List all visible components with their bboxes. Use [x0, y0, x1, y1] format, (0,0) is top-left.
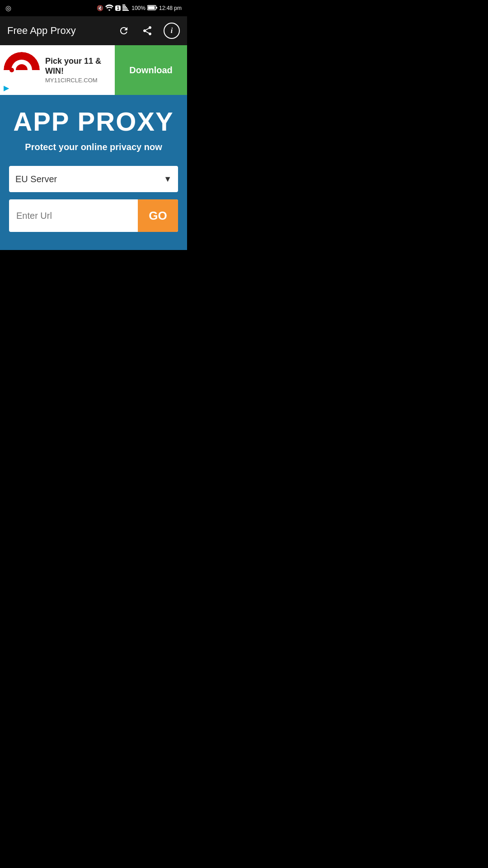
svg-rect-7 — [156, 7, 157, 9]
app-proxy-subtitle: Protect your online privacy now — [9, 142, 178, 152]
ad-play-icon: ▶ — [4, 84, 9, 92]
svg-rect-6 — [148, 6, 155, 9]
ad-domain: MY11CIRCLE.COM — [45, 77, 115, 84]
status-left: ◎ — [5, 4, 11, 12]
battery-icon — [147, 5, 157, 12]
toolbar-actions: i — [117, 23, 180, 39]
ad-text: Pick your 11 & WIN! MY11CIRCLE.COM — [45, 57, 115, 84]
ad-logo-area: Pick your 11 & WIN! MY11CIRCLE.COM ▶ — [0, 52, 115, 88]
mute-icon: 🔇 — [97, 5, 103, 11]
battery-percentage: 100% — [131, 5, 145, 11]
svg-point-9 — [9, 68, 14, 72]
bottom-area — [0, 250, 187, 521]
server-select[interactable]: EU Server US Server UK Server Asia Serve… — [15, 174, 172, 184]
go-button[interactable]: GO — [138, 199, 178, 232]
url-input-wrapper: GO — [9, 199, 178, 232]
ad-logo — [4, 52, 40, 88]
share-button[interactable] — [140, 24, 155, 38]
sound-wave-icon: ◎ — [5, 4, 11, 12]
status-right: 🔇 1 100% 12:48 p — [97, 5, 182, 12]
sim-icon — [122, 5, 130, 12]
page-title: Free App Proxy — [7, 25, 117, 37]
wifi-icon — [105, 5, 113, 12]
server-select-wrapper[interactable]: EU Server US Server UK Server Asia Serve… — [9, 166, 178, 192]
refresh-button[interactable] — [117, 24, 131, 38]
svg-rect-4 — [122, 10, 129, 11]
svg-rect-1 — [122, 6, 126, 7]
status-bar: ◎ 🔇 1 100% — [0, 0, 187, 16]
ad-headline: Pick your 11 & WIN! — [45, 57, 115, 76]
app-proxy-title: APP PROXY — [9, 108, 178, 135]
notification-badge: 1 — [115, 5, 121, 11]
ad-download-button[interactable]: Download — [115, 45, 187, 95]
svg-rect-3 — [122, 9, 128, 9]
ad-banner[interactable]: Pick your 11 & WIN! MY11CIRCLE.COM ▶ Dow… — [0, 45, 187, 95]
time-display: 12:48 pm — [159, 5, 182, 11]
svg-rect-2 — [122, 7, 127, 8]
main-content-card: APP PROXY Protect your online privacy no… — [0, 95, 187, 250]
url-input[interactable] — [9, 199, 138, 232]
toolbar: Free App Proxy i — [0, 16, 187, 45]
svg-rect-0 — [122, 5, 125, 5]
info-button[interactable]: i — [164, 23, 180, 39]
